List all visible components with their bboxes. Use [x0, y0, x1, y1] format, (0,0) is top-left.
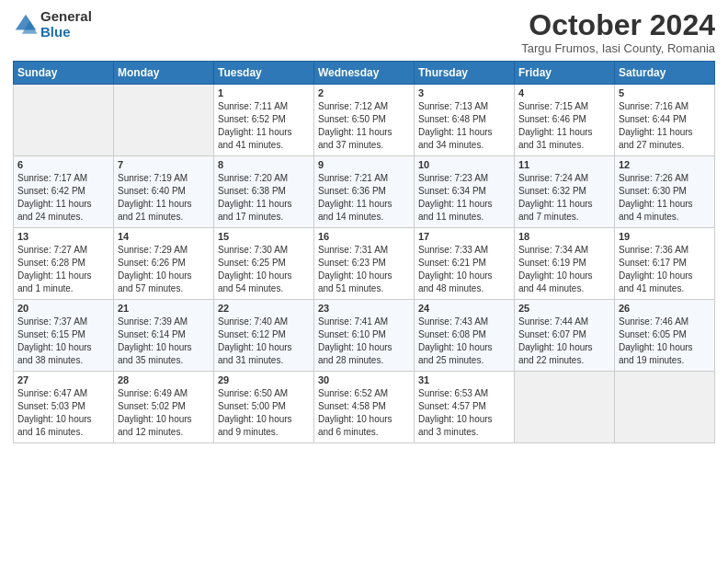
day-number: 3	[418, 87, 510, 98]
logo: General Blue	[13, 9, 92, 40]
day-info: Sunrise: 6:47 AMSunset: 5:03 PMDaylight:…	[17, 387, 109, 439]
day-info: Sunrise: 6:50 AMSunset: 5:00 PMDaylight:…	[218, 387, 310, 439]
logo-icon	[13, 12, 39, 38]
day-number: 15	[218, 231, 310, 242]
calendar-week-row: 27Sunrise: 6:47 AMSunset: 5:03 PMDayligh…	[14, 372, 715, 443]
day-number: 8	[218, 159, 310, 170]
calendar-week-row: 1Sunrise: 7:11 AMSunset: 6:52 PMDaylight…	[14, 85, 715, 156]
calendar-cell: 22Sunrise: 7:40 AMSunset: 6:12 PMDayligh…	[214, 300, 314, 372]
day-info: Sunrise: 7:21 AMSunset: 6:36 PMDaylight:…	[318, 172, 410, 224]
day-number: 27	[17, 374, 109, 385]
day-number: 22	[218, 303, 310, 314]
day-info: Sunrise: 7:16 AMSunset: 6:44 PMDaylight:…	[619, 100, 711, 152]
calendar-cell	[14, 85, 114, 156]
day-info: Sunrise: 7:26 AMSunset: 6:30 PMDaylight:…	[619, 172, 711, 224]
day-number: 18	[518, 231, 610, 242]
day-info: Sunrise: 7:29 AMSunset: 6:26 PMDaylight:…	[118, 244, 210, 295]
calendar-cell: 7Sunrise: 7:19 AMSunset: 6:40 PMDaylight…	[114, 156, 214, 228]
day-info: Sunrise: 6:53 AMSunset: 4:57 PMDaylight:…	[418, 387, 510, 439]
day-number: 2	[318, 87, 410, 98]
day-info: Sunrise: 7:36 AMSunset: 6:17 PMDaylight:…	[619, 244, 711, 295]
calendar-cell: 27Sunrise: 6:47 AMSunset: 5:03 PMDayligh…	[14, 372, 114, 443]
calendar-cell: 30Sunrise: 6:52 AMSunset: 4:58 PMDayligh…	[314, 372, 415, 443]
day-info: Sunrise: 7:43 AMSunset: 6:08 PMDaylight:…	[418, 316, 510, 367]
day-number: 1	[218, 87, 310, 98]
day-info: Sunrise: 7:33 AMSunset: 6:21 PMDaylight:…	[418, 244, 510, 295]
calendar-cell: 8Sunrise: 7:20 AMSunset: 6:38 PMDaylight…	[214, 156, 314, 228]
calendar-cell: 19Sunrise: 7:36 AMSunset: 6:17 PMDayligh…	[615, 228, 715, 300]
calendar-cell: 9Sunrise: 7:21 AMSunset: 6:36 PMDaylight…	[314, 156, 415, 228]
day-info: Sunrise: 7:13 AMSunset: 6:48 PMDaylight:…	[418, 100, 510, 152]
calendar-table: SundayMondayTuesdayWednesdayThursdayFrid…	[13, 61, 715, 443]
day-number: 29	[218, 374, 310, 385]
calendar-cell: 5Sunrise: 7:16 AMSunset: 6:44 PMDaylight…	[615, 85, 715, 156]
day-info: Sunrise: 7:41 AMSunset: 6:10 PMDaylight:…	[318, 316, 410, 367]
day-info: Sunrise: 7:44 AMSunset: 6:07 PMDaylight:…	[518, 316, 610, 367]
weekday-header: Tuesday	[214, 62, 314, 85]
day-info: Sunrise: 7:39 AMSunset: 6:14 PMDaylight:…	[118, 316, 210, 367]
calendar-cell: 20Sunrise: 7:37 AMSunset: 6:15 PMDayligh…	[14, 300, 114, 372]
day-number: 10	[418, 159, 510, 170]
day-number: 14	[118, 231, 210, 242]
logo-text: General Blue	[40, 9, 92, 40]
day-info: Sunrise: 6:52 AMSunset: 4:58 PMDaylight:…	[318, 387, 410, 439]
calendar-cell: 18Sunrise: 7:34 AMSunset: 6:19 PMDayligh…	[515, 228, 615, 300]
day-number: 30	[318, 374, 410, 385]
day-number: 9	[318, 159, 410, 170]
day-number: 16	[318, 231, 410, 242]
day-number: 11	[518, 159, 610, 170]
calendar-cell: 11Sunrise: 7:24 AMSunset: 6:32 PMDayligh…	[515, 156, 615, 228]
calendar-cell: 24Sunrise: 7:43 AMSunset: 6:08 PMDayligh…	[415, 300, 515, 372]
header-row: SundayMondayTuesdayWednesdayThursdayFrid…	[14, 62, 715, 85]
day-info: Sunrise: 7:23 AMSunset: 6:34 PMDaylight:…	[418, 172, 510, 224]
calendar-cell	[114, 85, 214, 156]
calendar-cell: 26Sunrise: 7:46 AMSunset: 6:05 PMDayligh…	[615, 300, 715, 372]
day-info: Sunrise: 7:17 AMSunset: 6:42 PMDaylight:…	[17, 172, 109, 224]
day-number: 20	[17, 303, 109, 314]
day-info: Sunrise: 7:19 AMSunset: 6:40 PMDaylight:…	[118, 172, 210, 224]
calendar-cell: 23Sunrise: 7:41 AMSunset: 6:10 PMDayligh…	[314, 300, 415, 372]
month-title: October 2024	[521, 9, 715, 41]
weekday-header: Thursday	[415, 62, 515, 85]
calendar-week-row: 13Sunrise: 7:27 AMSunset: 6:28 PMDayligh…	[14, 228, 715, 300]
day-info: Sunrise: 7:31 AMSunset: 6:23 PMDaylight:…	[318, 244, 410, 295]
day-number: 4	[518, 87, 610, 98]
day-number: 13	[17, 231, 109, 242]
day-number: 26	[619, 303, 711, 314]
calendar-week-row: 6Sunrise: 7:17 AMSunset: 6:42 PMDaylight…	[14, 156, 715, 228]
day-info: Sunrise: 7:30 AMSunset: 6:25 PMDaylight:…	[218, 244, 310, 295]
day-number: 28	[118, 374, 210, 385]
calendar-cell: 12Sunrise: 7:26 AMSunset: 6:30 PMDayligh…	[615, 156, 715, 228]
day-info: Sunrise: 7:34 AMSunset: 6:19 PMDaylight:…	[518, 244, 610, 295]
calendar-cell: 3Sunrise: 7:13 AMSunset: 6:48 PMDaylight…	[415, 85, 515, 156]
day-number: 31	[418, 374, 510, 385]
logo-general: General	[40, 9, 92, 25]
weekday-header: Sunday	[14, 62, 114, 85]
calendar-cell: 15Sunrise: 7:30 AMSunset: 6:25 PMDayligh…	[214, 228, 314, 300]
day-number: 23	[318, 303, 410, 314]
calendar-container: General Blue October 2024 Targu Frumos, …	[0, 0, 728, 563]
day-number: 12	[619, 159, 711, 170]
day-number: 21	[118, 303, 210, 314]
weekday-header: Saturday	[615, 62, 715, 85]
calendar-cell: 6Sunrise: 7:17 AMSunset: 6:42 PMDaylight…	[14, 156, 114, 228]
day-number: 6	[17, 159, 109, 170]
day-number: 17	[418, 231, 510, 242]
logo-blue: Blue	[40, 25, 92, 40]
day-number: 24	[418, 303, 510, 314]
day-info: Sunrise: 7:11 AMSunset: 6:52 PMDaylight:…	[218, 100, 310, 152]
day-info: Sunrise: 7:27 AMSunset: 6:28 PMDaylight:…	[17, 244, 109, 295]
calendar-cell: 17Sunrise: 7:33 AMSunset: 6:21 PMDayligh…	[415, 228, 515, 300]
calendar-cell	[515, 372, 615, 443]
calendar-cell: 14Sunrise: 7:29 AMSunset: 6:26 PMDayligh…	[114, 228, 214, 300]
day-info: Sunrise: 7:37 AMSunset: 6:15 PMDaylight:…	[17, 316, 109, 367]
calendar-cell: 13Sunrise: 7:27 AMSunset: 6:28 PMDayligh…	[14, 228, 114, 300]
day-info: Sunrise: 7:20 AMSunset: 6:38 PMDaylight:…	[218, 172, 310, 224]
day-info: Sunrise: 7:40 AMSunset: 6:12 PMDaylight:…	[218, 316, 310, 367]
day-number: 19	[619, 231, 711, 242]
calendar-cell: 31Sunrise: 6:53 AMSunset: 4:57 PMDayligh…	[415, 372, 515, 443]
location-subtitle: Targu Frumos, Iasi County, Romania	[521, 41, 715, 55]
header: General Blue October 2024 Targu Frumos, …	[13, 9, 715, 55]
day-number: 25	[518, 303, 610, 314]
weekday-header: Monday	[114, 62, 214, 85]
